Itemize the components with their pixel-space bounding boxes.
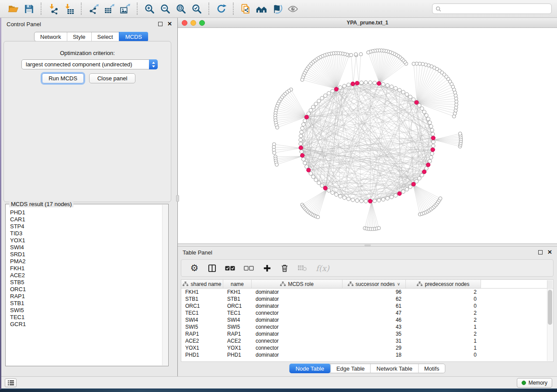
mcds-result-item[interactable]: SWI5: [10, 307, 162, 314]
run-mcds-button[interactable]: Run MCDS: [42, 73, 84, 83]
table-row[interactable]: FKH1FKH1dominator962: [181, 289, 553, 296]
zoom-fit-button[interactable]: [173, 2, 189, 16]
table-settings-button[interactable]: ⚙: [190, 263, 199, 273]
table-row[interactable]: ORC1ORC1dominator610: [181, 303, 553, 309]
tab-node-table[interactable]: Node Table: [289, 364, 330, 373]
mcds-result-item[interactable]: CAR1: [10, 216, 162, 223]
search-input[interactable]: [441, 5, 548, 12]
mcds-result-item[interactable]: ORC1: [10, 286, 162, 293]
export-table-button[interactable]: [101, 2, 117, 16]
table-row[interactable]: STB1STB1dominator620: [181, 296, 553, 303]
mcds-result-item[interactable]: RAP1: [10, 293, 162, 300]
table-row[interactable]: PHD1PHD1dominator180: [181, 351, 553, 358]
tab-style[interactable]: Style: [67, 32, 91, 41]
horizontal-splitter[interactable]: [178, 244, 557, 247]
open-folder-icon: [8, 3, 19, 14]
mcds-result-item[interactable]: PHD1: [10, 209, 162, 216]
tab-motifs[interactable]: Motifs: [418, 364, 445, 373]
dropdown-stepper-icon: [149, 59, 158, 69]
memory-button[interactable]: Memory: [517, 378, 552, 388]
delete-table-button[interactable]: [298, 263, 307, 273]
mcds-result-item[interactable]: YOX1: [10, 237, 162, 244]
mcds-result-item[interactable]: STP4: [10, 223, 162, 230]
function-builder-button[interactable]: f(x): [316, 263, 329, 273]
mcds-result-item[interactable]: STB5: [10, 279, 162, 286]
export-image-button[interactable]: [117, 2, 133, 16]
mcds-result-item[interactable]: SWI4: [10, 244, 162, 251]
column-header-MCDS-role[interactable]: MCDS role: [252, 280, 343, 288]
table-cell: 0: [406, 296, 481, 302]
sort-descending-icon[interactable]: ∨: [397, 282, 400, 286]
add-column-button[interactable]: [263, 263, 271, 273]
window-close-icon[interactable]: [182, 20, 187, 26]
table-row[interactable]: TEC1TEC1connector472: [181, 309, 553, 316]
clone-network-button[interactable]: [238, 2, 253, 16]
result-list-scrollbar[interactable]: [162, 205, 168, 365]
mcds-result-item[interactable]: TEC1: [10, 314, 162, 321]
column-header-predecessor-nodes[interactable]: predecessor nodes: [406, 280, 481, 288]
column-header-successor-nodes[interactable]: successor nodes∨: [343, 280, 406, 288]
column-header-name[interactable]: name: [223, 280, 252, 288]
toolbar-separator: [233, 3, 234, 15]
zoom-out-button[interactable]: [157, 2, 173, 16]
window-maximize-icon[interactable]: [199, 20, 205, 26]
open-file-button[interactable]: [5, 2, 21, 16]
refresh-layout-button[interactable]: [213, 2, 229, 16]
search-field[interactable]: [432, 3, 552, 14]
zoom-selected-button[interactable]: [189, 2, 204, 16]
tab-select[interactable]: Select: [91, 32, 119, 41]
column-header-shared-name[interactable]: shared name: [181, 280, 223, 288]
mcds-result-item[interactable]: ACE2: [10, 272, 162, 279]
vertical-splitter-handle[interactable]: [176, 195, 179, 202]
tab-mcds[interactable]: MCDS: [119, 32, 148, 41]
first-neighbors-button[interactable]: [253, 2, 269, 16]
table-vertical-scrollbar[interactable]: [547, 289, 553, 361]
hide-selected-button[interactable]: [269, 2, 285, 16]
tab-edge-table[interactable]: Edge Table: [330, 364, 370, 373]
table-cell: ACE2: [223, 338, 252, 344]
import-network-button[interactable]: [45, 2, 61, 16]
task-history-button[interactable]: [5, 378, 17, 387]
delete-column-button[interactable]: [280, 263, 289, 273]
mcds-result-item[interactable]: PMA2: [10, 258, 162, 265]
close-panel-button[interactable]: Close panel: [89, 73, 135, 83]
mcds-result-item[interactable]: GCR1: [10, 321, 162, 328]
float-table-panel-icon[interactable]: [538, 250, 543, 254]
close-panel-icon[interactable]: ✕: [167, 22, 172, 26]
show-columns-button[interactable]: [208, 263, 216, 273]
select-all-button[interactable]: [225, 263, 235, 273]
mcds-result-list[interactable]: PHD1CAR1STP4TID3YOX1SWI4SRD1PMA2FKH1ACE2…: [6, 209, 162, 365]
table-cell: connector: [252, 324, 343, 330]
mcds-result-item[interactable]: SRD1: [10, 251, 162, 258]
mcds-result-item[interactable]: FKH1: [10, 265, 162, 272]
show-all-button[interactable]: [285, 2, 301, 16]
control-panel-tabs: Network Style Select MCDS: [34, 32, 148, 41]
mcds-result-item[interactable]: TID3: [10, 230, 162, 237]
zoom-in-button[interactable]: [142, 2, 157, 16]
table-row[interactable]: ACE2ACE2connector311: [181, 337, 553, 344]
export-network-button[interactable]: [86, 2, 101, 16]
table-cell: 1: [406, 324, 481, 330]
tab-network[interactable]: Network: [35, 32, 67, 41]
mcds-result-item[interactable]: STB1: [10, 300, 162, 307]
import-table-button[interactable]: [61, 2, 77, 16]
optimization-criterion-select[interactable]: largest connected component (undirected): [21, 59, 158, 69]
tab-network-table[interactable]: Network Table: [370, 364, 418, 373]
float-panel-icon[interactable]: [158, 22, 163, 26]
table-row[interactable]: RAP1RAP1dominator352: [181, 330, 553, 337]
network-window-titlebar[interactable]: YPA_prune.txt_1: [178, 18, 557, 28]
close-table-panel-icon[interactable]: ✕: [547, 250, 552, 254]
horizontal-splitter-handle[interactable]: [364, 244, 371, 246]
search-icon: [436, 6, 441, 12]
table-row[interactable]: YOX1YOX1connector291: [181, 344, 553, 351]
table-scrollbar-thumb[interactable]: [548, 290, 552, 325]
window-minimize-icon[interactable]: [190, 20, 196, 26]
save-session-button[interactable]: [21, 2, 37, 16]
refresh-icon: [216, 3, 227, 14]
network-canvas[interactable]: [178, 28, 557, 243]
table-row[interactable]: SWI5SWI5connector431: [181, 323, 553, 330]
network-graph[interactable]: [178, 28, 557, 243]
deselect-all-button[interactable]: [244, 263, 254, 273]
table-cell: connector: [252, 345, 343, 351]
table-row[interactable]: SWI4SWI4dominator462: [181, 316, 553, 323]
